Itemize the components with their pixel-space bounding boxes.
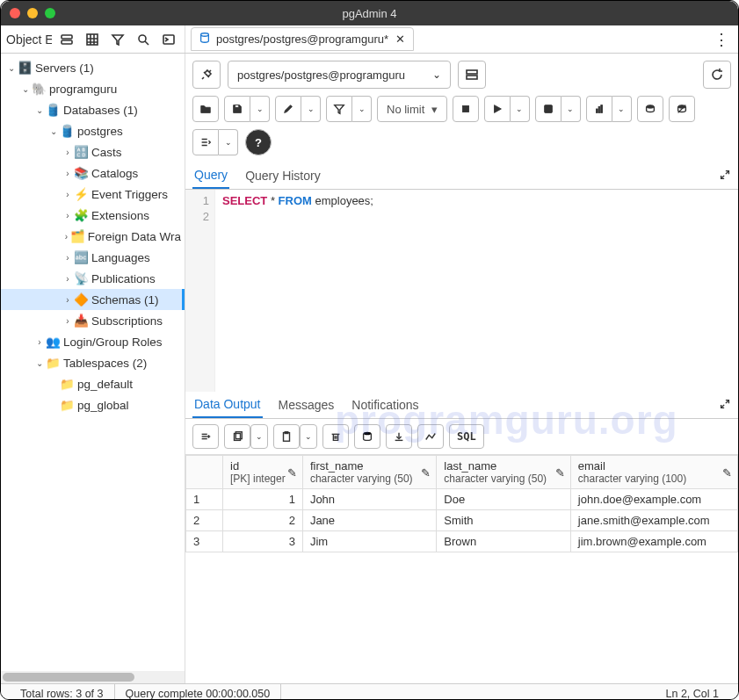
commit-button[interactable] xyxy=(637,96,663,122)
filter-button[interactable] xyxy=(326,96,352,122)
tab-close-button[interactable]: ✕ xyxy=(394,33,406,46)
expand-output-icon[interactable] xyxy=(719,398,731,413)
query-tabs: Query Query History xyxy=(185,162,738,190)
tab-notifications[interactable]: Notifications xyxy=(350,393,420,417)
save-data-button[interactable] xyxy=(354,424,380,449)
graph-button[interactable] xyxy=(417,424,444,449)
sql-editor[interactable]: 1 2 SELECT * FROM employees; xyxy=(185,190,738,392)
schemas-icon: 🔶 xyxy=(73,292,89,307)
edit-column-icon[interactable]: ✎ xyxy=(421,465,431,479)
tablespace-icon: 📁 xyxy=(59,398,75,412)
tab-query-history[interactable]: Query History xyxy=(243,163,322,188)
delete-row-button[interactable] xyxy=(322,424,349,449)
tree-subscriptions[interactable]: ›📥Subscriptions xyxy=(1,310,185,331)
svg-rect-22 xyxy=(600,105,602,113)
tree-publications[interactable]: ›📡Publications xyxy=(1,268,185,289)
macros-button[interactable] xyxy=(192,129,219,155)
titlebar: pgAdmin 4 xyxy=(1,1,738,25)
paste-button[interactable] xyxy=(273,424,300,449)
table-row[interactable]: 33JimBrownjim.brown@example.com xyxy=(186,531,738,552)
event-triggers-icon: ⚡ xyxy=(73,187,89,201)
filter-icon[interactable] xyxy=(108,29,128,50)
tab-query[interactable]: Query xyxy=(192,162,229,189)
tree-catalogs[interactable]: ›📚Catalogs xyxy=(1,162,185,184)
copy-dropdown[interactable]: ⌄ xyxy=(250,424,268,449)
edit-column-icon[interactable]: ✎ xyxy=(722,465,732,479)
tree-pg-global[interactable]: 📁pg_global xyxy=(1,394,185,415)
tree-tablespaces[interactable]: ⌄📁Tablespaces (2) xyxy=(1,352,185,373)
tree-databases[interactable]: ⌄🛢️Databases (1) xyxy=(1,99,185,120)
tree-pg-default[interactable]: 📁pg_default xyxy=(1,373,185,394)
open-button[interactable] xyxy=(192,96,219,122)
expand-editor-icon[interactable] xyxy=(719,169,731,184)
status-rows: Total rows: 3 of 3 xyxy=(10,684,115,700)
edit-column-icon[interactable]: ✎ xyxy=(287,465,297,479)
terminal-icon[interactable] xyxy=(159,29,179,50)
connection-status-button[interactable] xyxy=(192,61,221,89)
grid-icon[interactable] xyxy=(83,29,103,50)
tree-languages[interactable]: ›🔤Languages xyxy=(1,247,185,268)
explain-analyze-button[interactable] xyxy=(586,96,612,122)
table-row[interactable]: 22JaneSmithjane.smith@example.com xyxy=(186,510,738,531)
reset-layout-button[interactable] xyxy=(703,61,731,89)
tree-servers[interactable]: ⌄🗄️Servers (1) xyxy=(1,57,185,78)
sql-view-button[interactable]: SQL xyxy=(449,424,484,449)
tree-extensions[interactable]: ›🧩Extensions xyxy=(1,205,185,226)
search-icon[interactable] xyxy=(134,29,154,50)
extensions-icon: 🧩 xyxy=(73,208,89,222)
editor-tab[interactable]: postgres/postgres@programguru* ✕ xyxy=(191,27,414,51)
servers-icon[interactable] xyxy=(57,29,77,50)
tree-scrollbar[interactable] xyxy=(1,671,185,683)
download-button[interactable] xyxy=(386,424,412,449)
explain-analyze-dropdown[interactable]: ⌄ xyxy=(612,96,632,122)
output-tabs: Data Output Messages Notifications xyxy=(185,392,738,419)
svg-text:E: E xyxy=(546,106,550,112)
edit-column-icon[interactable]: ✎ xyxy=(555,465,565,479)
tree-server-programguru[interactable]: ⌄🐘programguru xyxy=(1,78,185,99)
tree-casts[interactable]: ›🔠Casts xyxy=(1,141,185,162)
svg-rect-12 xyxy=(467,70,477,74)
tree-fdw[interactable]: ›🗂️Foreign Data Wra xyxy=(1,226,185,247)
execute-button[interactable] xyxy=(484,96,511,122)
explain-button[interactable]: E xyxy=(535,96,561,122)
edit-button[interactable] xyxy=(275,96,301,122)
edit-dropdown[interactable]: ⌄ xyxy=(301,96,321,122)
copy-button[interactable] xyxy=(224,424,250,449)
results-table: id[PK] integer✎ first_namecharacter vary… xyxy=(185,455,738,552)
add-row-button[interactable] xyxy=(192,424,219,449)
execute-dropdown[interactable]: ⌄ xyxy=(511,96,530,122)
code-area[interactable]: SELECT * FROM employees; xyxy=(215,190,380,392)
col-header-first-name[interactable]: first_namecharacter varying (50)✎ xyxy=(302,456,436,489)
tabs-menu-icon[interactable]: ⋮ xyxy=(714,30,729,49)
explain-dropdown[interactable]: ⌄ xyxy=(561,96,581,122)
fdw-icon: 🗂️ xyxy=(70,229,85,243)
tab-messages[interactable]: Messages xyxy=(277,393,337,417)
new-connection-button[interactable] xyxy=(458,61,486,89)
svg-rect-1 xyxy=(62,40,72,44)
svg-rect-20 xyxy=(596,109,598,112)
rollback-button[interactable] xyxy=(669,96,695,122)
svg-marker-15 xyxy=(335,105,344,114)
help-button[interactable]: ? xyxy=(245,129,272,155)
database-group-icon: 🛢️ xyxy=(45,103,61,117)
tab-data-output[interactable]: Data Output xyxy=(192,392,263,418)
save-dropdown[interactable]: ⌄ xyxy=(250,96,270,122)
paste-dropdown[interactable]: ⌄ xyxy=(300,424,317,449)
tree-schemas[interactable]: ›🔶Schemas (1) xyxy=(1,289,185,310)
col-header-email[interactable]: emailcharacter varying (100)✎ xyxy=(570,456,737,489)
tree-database-postgres[interactable]: ⌄🛢️postgres xyxy=(1,120,185,141)
database-icon xyxy=(199,32,211,47)
connection-selector[interactable]: postgres/postgres@programguru ⌄ xyxy=(228,61,451,89)
save-button[interactable] xyxy=(224,96,250,122)
tree-event-triggers[interactable]: ›⚡Event Triggers xyxy=(1,184,185,205)
col-header-last-name[interactable]: last_namecharacter varying (50)✎ xyxy=(437,456,570,489)
col-header-id[interactable]: id[PK] integer✎ xyxy=(223,456,303,489)
filter-dropdown[interactable]: ⌄ xyxy=(352,96,372,122)
table-row[interactable]: 11JohnDoejohn.doe@example.com xyxy=(186,489,738,510)
stop-button[interactable] xyxy=(453,96,479,122)
tree-login-roles[interactable]: ›👥Login/Group Roles xyxy=(1,331,185,352)
macros-dropdown[interactable]: ⌄ xyxy=(219,129,238,155)
object-browser: ⌄🗄️Servers (1) ⌄🐘programguru ⌄🛢️Database… xyxy=(1,54,185,683)
rownum-header[interactable] xyxy=(186,456,223,489)
limit-selector[interactable]: No limit ▾ xyxy=(377,96,447,122)
